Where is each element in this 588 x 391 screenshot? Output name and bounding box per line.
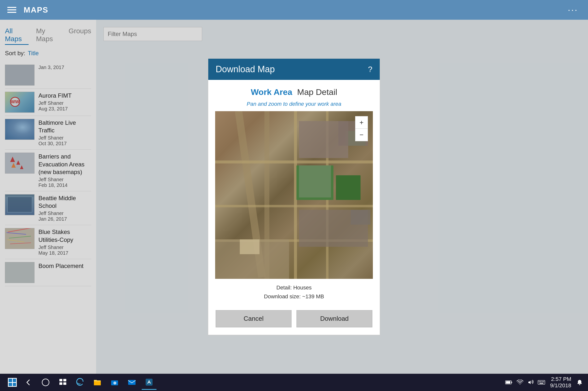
download-size: Download size: ~139 MB: [264, 292, 324, 301]
app-bar: MAPS ···: [0, 0, 588, 20]
help-icon[interactable]: ?: [368, 65, 372, 74]
dialog-title: Download Map: [216, 64, 275, 75]
svg-rect-4: [63, 382, 66, 385]
svg-text:⊕: ⊕: [113, 381, 116, 385]
dialog-buttons: Cancel Download: [208, 310, 380, 335]
mail-icon[interactable]: [124, 375, 139, 390]
time-display: 2:57 PM: [551, 376, 571, 382]
volume-icon: [527, 380, 534, 385]
svg-rect-2: [63, 379, 66, 381]
system-icons: [505, 380, 545, 385]
file-explorer-icon[interactable]: [90, 375, 105, 390]
task-view-button[interactable]: [55, 375, 70, 390]
back-button[interactable]: [21, 375, 36, 390]
svg-point-0: [42, 379, 49, 386]
svg-rect-17: [540, 381, 541, 382]
download-info: Detail: Houses Download size: ~139 MB: [264, 283, 324, 300]
svg-rect-1: [59, 379, 62, 381]
svg-rect-10: [128, 380, 136, 385]
tab-work-area[interactable]: Work Area: [251, 87, 292, 97]
svg-rect-18: [542, 381, 543, 382]
svg-rect-6: [94, 381, 101, 385]
dialog-tabs: Work Area Map Detail: [251, 87, 337, 97]
cancel-button[interactable]: Cancel: [216, 310, 292, 327]
svg-rect-13: [511, 382, 512, 383]
zoom-out-button[interactable]: −: [355, 129, 368, 141]
svg-rect-19: [543, 381, 544, 382]
zoom-controls: + −: [355, 116, 368, 141]
taskbar-time[interactable]: 2:57 PM 9/1/2018: [550, 376, 571, 389]
download-map-dialog: Download Map ? Work Area Map Detail Pan …: [208, 58, 380, 335]
date-display: 9/1/2018: [550, 382, 571, 389]
main-content: All Maps My Maps Groups Sort by: Title J…: [0, 20, 588, 374]
wifi-icon: [516, 380, 523, 385]
svg-rect-20: [539, 383, 543, 384]
modal-overlay: Download Map ? Work Area Map Detail Pan …: [0, 20, 588, 374]
taskbar: ⊕: [0, 374, 588, 391]
app-title: MAPS: [24, 5, 48, 14]
svg-rect-11: [146, 379, 153, 386]
fieldmaps-icon[interactable]: [142, 375, 157, 390]
svg-rect-14: [506, 381, 510, 384]
hamburger-menu[interactable]: [7, 7, 16, 13]
zoom-in-button[interactable]: +: [355, 116, 368, 129]
satellite-view: [215, 111, 373, 279]
taskbar-right: 2:57 PM 9/1/2018: [505, 376, 583, 389]
svg-rect-3: [59, 382, 62, 385]
svg-rect-7: [94, 380, 97, 381]
svg-rect-16: [539, 381, 540, 382]
more-options[interactable]: ···: [568, 5, 578, 15]
keyboard-icon: [538, 380, 545, 385]
dialog-subtitle: Pan and zoom to define your work area: [247, 101, 341, 107]
start-button[interactable]: [5, 375, 20, 390]
windows-icon: [8, 378, 17, 387]
battery-icon: [505, 380, 512, 385]
notifications-icon[interactable]: [576, 379, 583, 386]
tab-map-detail[interactable]: Map Detail: [297, 87, 337, 97]
dialog-header: Download Map ?: [208, 59, 380, 80]
cortana-button[interactable]: [38, 375, 53, 390]
store-icon[interactable]: ⊕: [107, 375, 122, 390]
svg-rect-15: [538, 380, 545, 384]
map-preview[interactable]: + −: [215, 111, 373, 279]
edge-icon[interactable]: [73, 375, 87, 390]
download-button[interactable]: Download: [296, 310, 372, 327]
detail-label: Detail: Houses: [264, 283, 324, 292]
dialog-body: Work Area Map Detail Pan and zoom to def…: [208, 80, 380, 310]
